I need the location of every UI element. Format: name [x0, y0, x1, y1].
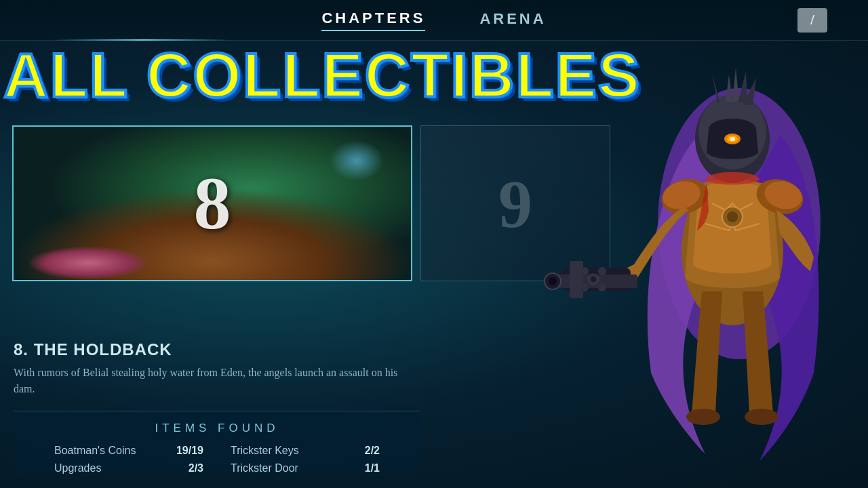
- item-name-trickster-keys: Trickster Keys: [231, 445, 299, 457]
- chapter-scene-glow: [330, 140, 384, 181]
- item-count-trickster-keys: 2/2: [365, 445, 380, 457]
- item-count-boatman: 19/19: [176, 445, 203, 457]
- svg-point-24: [686, 409, 720, 425]
- items-found-section: ITEMS FOUND Boatman's Coins 19/19 Tricks…: [14, 411, 420, 474]
- info-section: 8. THE HOLDBACK With rumors of Belial st…: [0, 327, 434, 488]
- svg-point-19: [591, 277, 596, 282]
- svg-point-17: [549, 277, 557, 285]
- items-grid: Boatman's Coins 19/19 Trickster Keys 2/2…: [14, 445, 420, 474]
- item-count-trickster-door: 1/1: [365, 462, 380, 474]
- items-found-label: ITEMS FOUND: [14, 422, 420, 435]
- slash-button[interactable]: /: [797, 8, 827, 33]
- chapter-title: 8. THE HOLDBACK: [14, 340, 420, 359]
- item-row-upgrades: Upgrades 2/3: [54, 462, 203, 474]
- svg-point-25: [745, 409, 778, 425]
- chapter-8-card[interactable]: 8: [12, 125, 412, 281]
- chapter-next-number: 9: [498, 165, 532, 243]
- item-count-upgrades: 2/3: [189, 462, 203, 474]
- item-row-trickster-door: Trickster Door 1/1: [231, 462, 380, 474]
- svg-point-22: [580, 267, 589, 275]
- svg-point-3: [727, 211, 738, 222]
- svg-point-23: [580, 283, 589, 291]
- chapter-description: With rumors of Belial stealing holy wate…: [14, 365, 407, 397]
- item-name-boatman: Boatman's Coins: [54, 445, 136, 457]
- svg-point-12: [730, 137, 735, 141]
- chapter-number: 8: [194, 161, 231, 247]
- main-title: ALL COLLECTIBLES: [0, 44, 641, 106]
- item-name-upgrades: Upgrades: [54, 462, 101, 474]
- svg-rect-15: [570, 261, 583, 298]
- item-row-trickster-keys: Trickster Keys 2/2: [231, 445, 380, 457]
- item-row-boatman: Boatman's Coins 19/19: [54, 445, 203, 457]
- svg-point-21: [598, 283, 606, 291]
- tab-arena[interactable]: ARENA: [479, 10, 546, 30]
- chapter-scene-ground: [27, 246, 149, 280]
- tab-chapters[interactable]: CHAPTERS: [321, 9, 425, 31]
- item-name-trickster-door: Trickster Door: [231, 462, 298, 474]
- svg-point-20: [598, 267, 606, 275]
